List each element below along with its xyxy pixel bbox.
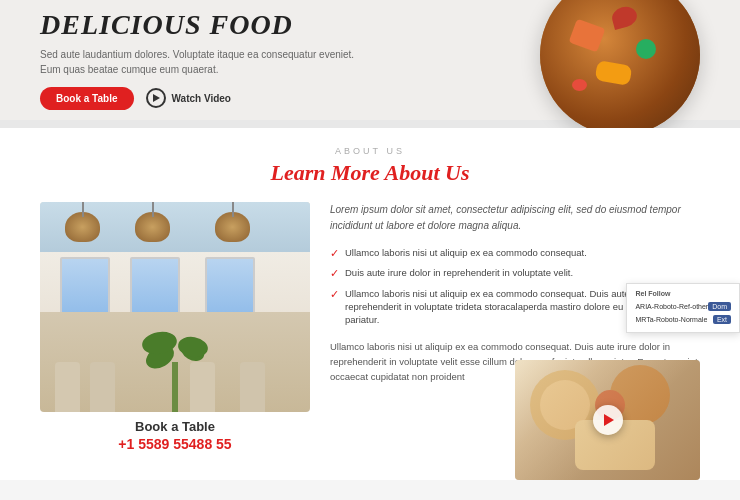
food-decoration-3 [595,60,633,86]
food-decoration-1 [569,19,606,53]
food-decoration-5 [572,79,587,91]
video-play-button[interactable] [593,405,623,435]
food-plate [540,0,700,135]
food-spread-image [515,360,700,480]
plant-decoration [150,332,200,412]
hero-title: Delicious Food [40,10,360,41]
hero-section: Delicious Food Sed aute laudantium dolor… [0,0,740,120]
hero-buttons: Book a Table Watch Video [40,87,360,110]
book-overlay-title: Book a Table [56,419,294,434]
lamp-cord-2 [152,202,154,217]
font-option-2-badge: Ext [713,315,731,324]
checklist-item-1: ✓ Ullamco laboris nisi ut aliquip ex ea … [330,246,700,261]
plant-leaf-4 [176,335,209,360]
play-circle-icon [146,88,166,108]
book-overlay-phone: +1 5589 55488 55 [56,436,294,452]
food-decoration-4 [636,39,656,59]
watch-video-button[interactable]: Watch Video [146,88,231,108]
about-section: Rel Follow ARIA-Roboto-Ref-other Dom MRT… [0,128,740,480]
lamp-3 [215,212,250,242]
checklist-item-2: ✓ Duis aute irure dolor in reprehenderit… [330,266,700,281]
play-triangle-icon [153,94,160,102]
table-area [40,312,310,412]
font-widget-title: Rel Follow [635,290,731,297]
about-content: Book a Table +1 5589 55488 55 Lorem ipsu… [40,202,700,462]
font-option-1-badge: Dom [708,302,731,311]
font-option-2-name: MRTa-Roboto-Normale [635,316,707,323]
play-icon [604,414,614,426]
lamp-cord-1 [82,202,84,217]
food-plate-inner [540,0,700,135]
lamp-2 [135,212,170,242]
about-left-image: Book a Table +1 5589 55488 55 [40,202,310,462]
about-main-text: Lorem ipsum dolor sit amet, consectetur … [330,202,700,234]
book-table-button[interactable]: Book a Table [40,87,134,110]
book-overlay: Book a Table +1 5589 55488 55 [40,408,310,462]
about-title: Learn More About Us [40,160,700,186]
check-icon-2: ✓ [330,266,339,281]
about-title-italic: About Us [385,160,470,185]
plant-stem [172,362,178,412]
hero-subtitle: Sed aute laudantium dolores. Voluptate i… [40,47,360,77]
lamp-1 [65,212,100,242]
lamp-cord-3 [232,202,234,217]
food-decoration-2 [610,4,639,30]
check-icon-3: ✓ [330,287,339,302]
about-title-regular: Learn More [270,160,384,185]
font-option-1-name: ARIA-Roboto-Ref-other [635,303,708,310]
hero-image-area [520,5,700,115]
about-section-label: ABOUT US [40,146,700,156]
font-option-2[interactable]: MRTa-Roboto-Normale Ext [635,313,731,326]
restaurant-image [40,202,310,412]
font-option-1[interactable]: ARIA-Roboto-Ref-other Dom [635,300,731,313]
check-icon-1: ✓ [330,246,339,261]
hero-text-area: Delicious Food Sed aute laudantium dolor… [40,10,360,110]
font-widget[interactable]: Rel Follow ARIA-Roboto-Ref-other Dom MRT… [626,283,740,333]
